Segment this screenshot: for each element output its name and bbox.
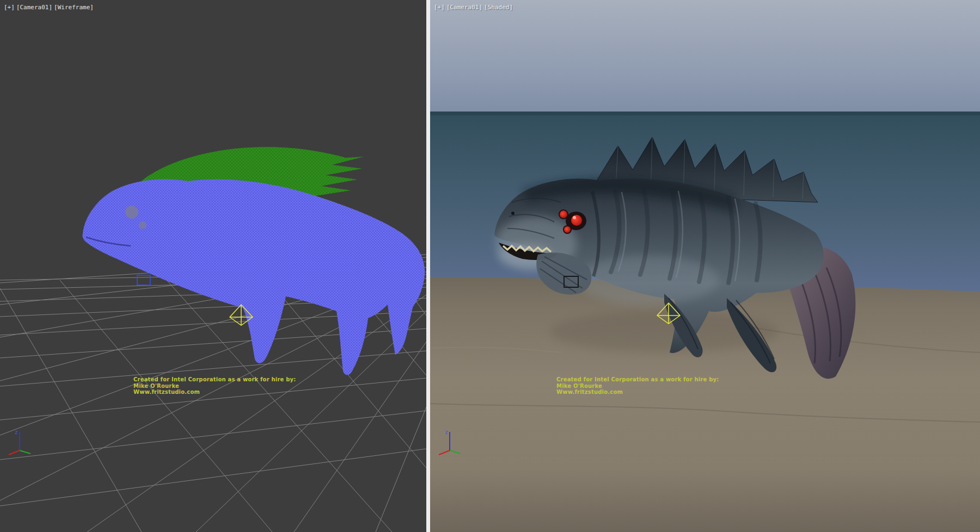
world-axis-tripod: z [5, 425, 36, 458]
viewport-shading-menu[interactable]: [Wireframe] [54, 4, 94, 11]
credit-text: Created for Intel Corporation as a work … [556, 376, 719, 395]
viewport-shaded[interactable]: [+] [Camera01] [Shaded] Created for Inte… [430, 0, 980, 532]
viewport-pov-menu[interactable]: [Camera01] [446, 4, 482, 11]
viewport-wireframe[interactable]: [+] [Camera01] [Wireframe] Created for I… [0, 0, 426, 532]
sky-backdrop [430, 0, 980, 113]
credit-line: Mike O'Rourke [133, 383, 296, 389]
axis-z-label: z [445, 429, 448, 435]
axis-z-label: z [15, 429, 18, 435]
viewport-shading-menu[interactable]: [Shaded] [484, 4, 513, 11]
axis-y-line [450, 450, 461, 454]
horizon-band [430, 112, 980, 115]
helper-rectangle[interactable] [137, 275, 150, 285]
credit-text: Created for Intel Corporation as a work … [133, 376, 296, 395]
credit-line: Created for Intel Corporation as a work … [133, 376, 296, 383]
viewport-splitter[interactable] [426, 0, 430, 532]
fish-eye-spot [125, 206, 138, 219]
wireframe-viewport-canvas[interactable] [0, 0, 426, 532]
viewport-label-shaded: [+] [Camera01] [Shaded] [434, 4, 513, 11]
axis-x-line [439, 450, 450, 455]
axis-x-line [9, 450, 20, 455]
fish-body-wireframe[interactable] [82, 179, 425, 375]
credit-line: Created for Intel Corporation as a work … [556, 376, 719, 383]
viewport-pov-menu[interactable]: [Camera01] [16, 4, 52, 11]
viewport-area: [+] [Camera01] [Wireframe] Created for I… [0, 0, 980, 532]
viewport-general-menu[interactable]: [+] [434, 4, 445, 11]
credit-line: Www.fritzstudio.com [133, 389, 296, 395]
fish-eye-spot [139, 221, 146, 229]
shaded-viewport-canvas[interactable] [430, 0, 980, 532]
axis-y-line [20, 450, 30, 454]
viewport-general-menu[interactable]: [+] [4, 4, 15, 11]
world-axis-tripod: z [436, 425, 466, 458]
fish-model-wireframe[interactable] [82, 147, 425, 375]
credit-line: Mike O'Rourke [556, 383, 719, 389]
viewport-label-wireframe: [+] [Camera01] [Wireframe] [4, 4, 94, 11]
credit-line: Www.fritzstudio.com [556, 389, 719, 395]
fish-nostril [511, 212, 514, 215]
